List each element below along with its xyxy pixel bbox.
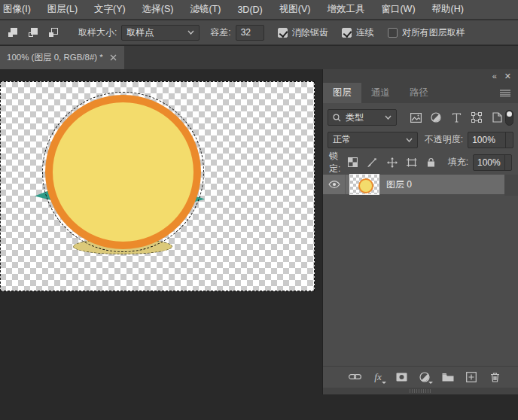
menu-select[interactable]: 选择(S) xyxy=(134,3,182,16)
photoshop-window: 图像(I) 图层(L) 文字(Y) 选择(S) 滤镜(T) 3D(D) 视图(V… xyxy=(0,0,518,420)
anti-alias-option[interactable]: 消除锯齿 xyxy=(278,26,328,39)
menu-image[interactable]: 图像(I) xyxy=(0,3,39,16)
tolerance-label: 容差: xyxy=(210,26,230,39)
lock-label: 锁定: xyxy=(329,150,341,175)
layer-style-fx-icon[interactable]: fx xyxy=(371,370,385,384)
contiguous-checkbox[interactable] xyxy=(342,28,352,38)
menu-window[interactable]: 窗口(W) xyxy=(373,3,423,16)
filter-type-layers-icon[interactable] xyxy=(449,111,463,124)
opacity-value: 100% xyxy=(468,135,505,145)
menu-3d[interactable]: 3D(D) xyxy=(229,5,270,15)
filter-type-dropdown[interactable]: 类型 xyxy=(328,109,397,126)
sample-size-dropdown[interactable]: 取样点 xyxy=(121,25,200,41)
panel-tab-bar: 图层 通道 路径 xyxy=(323,83,518,103)
chevron-down-icon xyxy=(385,115,392,120)
chevron-down-icon xyxy=(406,138,413,142)
filter-on-off-toggle[interactable] xyxy=(505,110,513,126)
layer-row[interactable]: 图层 0 xyxy=(323,175,504,194)
menu-layer[interactable]: 图层(L) xyxy=(39,3,86,16)
chevron-down-icon xyxy=(504,160,511,165)
new-group-folder-icon[interactable] xyxy=(441,370,455,384)
layer-filter-row: 类型 xyxy=(323,108,518,127)
opacity-control[interactable]: 100% xyxy=(468,132,513,148)
sample-size-value: 取样点 xyxy=(126,26,154,39)
document-tab[interactable]: 100% (图层 0, RGB/8#) * xyxy=(0,46,124,69)
filter-type-label: 类型 xyxy=(346,111,364,124)
menu-bar: 图像(I) 图层(L) 文字(Y) 选择(S) 滤镜(T) 3D(D) 视图(V… xyxy=(0,0,518,20)
anti-alias-label: 消除锯齿 xyxy=(292,26,328,39)
filter-shape-layers-icon[interactable] xyxy=(470,111,483,124)
filter-pixel-layers-icon[interactable] xyxy=(409,111,422,124)
collapse-panel-icon[interactable]: « xyxy=(492,72,497,81)
layer-thumbnail[interactable] xyxy=(350,175,379,194)
sample-all-layers-label: 对所有图层取样 xyxy=(402,26,465,39)
new-layer-icon[interactable] xyxy=(465,370,478,384)
chevron-down-icon xyxy=(187,30,194,35)
sample-size-label: 取样大小: xyxy=(78,26,117,39)
menu-type[interactable]: 文字(Y) xyxy=(86,3,134,16)
selection-mode-group xyxy=(0,26,68,39)
anti-alias-checkbox[interactable] xyxy=(278,28,288,38)
layer-list: 图层 0 xyxy=(323,175,518,196)
blend-mode-dropdown[interactable]: 正常 xyxy=(328,132,418,148)
canvas[interactable] xyxy=(0,81,315,291)
panel-menu-icon[interactable] xyxy=(500,90,510,97)
document-tab-strip: 100% (图层 0, RGB/8#) * xyxy=(0,46,518,69)
link-layers-icon[interactable] xyxy=(348,370,361,384)
lock-all-icon[interactable] xyxy=(425,157,437,169)
document-close-icon[interactable] xyxy=(110,54,117,61)
layer-name[interactable]: 图层 0 xyxy=(386,178,412,191)
lock-row: 锁定: 填充: 100% xyxy=(323,153,518,172)
tolerance-input[interactable]: 32 xyxy=(236,25,264,41)
lock-buttons xyxy=(347,157,437,169)
add-to-selection-icon[interactable] xyxy=(26,26,40,39)
menu-filter[interactable]: 滤镜(T) xyxy=(181,3,229,16)
layer-visibility-eye-icon[interactable] xyxy=(323,175,346,194)
new-selection-icon[interactable] xyxy=(6,26,20,39)
contiguous-label: 连续 xyxy=(356,26,374,39)
tolerance-value: 32 xyxy=(241,27,251,38)
new-adjustment-layer-icon[interactable] xyxy=(418,370,431,384)
lock-position-icon[interactable] xyxy=(386,157,398,169)
tab-layers[interactable]: 图层 xyxy=(323,83,361,103)
delete-layer-trash-icon[interactable] xyxy=(488,370,501,384)
lock-transparent-pixels-icon[interactable] xyxy=(347,157,359,169)
lock-artboard-icon[interactable] xyxy=(406,157,418,169)
filter-adjustment-layers-icon[interactable] xyxy=(429,111,443,124)
chevron-down-icon xyxy=(506,138,513,142)
blend-mode-row: 正常 不透明度: 100% xyxy=(323,130,518,149)
fill-value: 100% xyxy=(474,157,504,168)
menu-view[interactable]: 视图(V) xyxy=(271,3,319,16)
contiguous-option[interactable]: 连续 xyxy=(342,26,374,39)
add-layer-mask-icon[interactable] xyxy=(395,370,408,384)
close-panel-icon[interactable]: ✕ xyxy=(504,72,511,81)
filter-smart-objects-icon[interactable] xyxy=(490,111,504,124)
tab-channels[interactable]: 通道 xyxy=(361,83,400,103)
filter-kind-icons xyxy=(409,111,504,124)
tool-options-bar: 取样大小: 取样点 容差: 32 消除锯齿 连续 对所有图层取样 xyxy=(0,20,518,45)
layers-panel: « ✕ 图层 通道 路径 类型 xyxy=(322,69,518,394)
menu-help[interactable]: 帮助(H) xyxy=(424,3,472,16)
search-icon xyxy=(333,114,341,122)
subtract-from-selection-icon[interactable] xyxy=(47,26,60,39)
document-tab-title: 100% (图层 0, RGB/8#) * xyxy=(7,52,103,63)
opacity-label: 不透明度: xyxy=(425,133,463,146)
lock-image-pixels-icon[interactable] xyxy=(367,157,379,169)
fill-label: 填充: xyxy=(448,156,468,169)
sample-all-layers-checkbox[interactable] xyxy=(388,28,398,38)
yellow-circle-artwork xyxy=(45,95,201,249)
panel-resize-grip[interactable] xyxy=(323,388,518,394)
panel-header: « ✕ xyxy=(323,69,518,83)
menu-plugins[interactable]: 增效工具 xyxy=(318,3,373,16)
fill-control[interactable]: 100% xyxy=(473,154,512,171)
blend-mode-value: 正常 xyxy=(333,133,351,146)
layers-panel-toolbar: fx xyxy=(323,366,518,387)
scrollbar-gutter[interactable] xyxy=(504,175,518,196)
sample-all-layers-option[interactable]: 对所有图层取样 xyxy=(388,26,465,39)
tab-paths[interactable]: 路径 xyxy=(400,83,438,103)
